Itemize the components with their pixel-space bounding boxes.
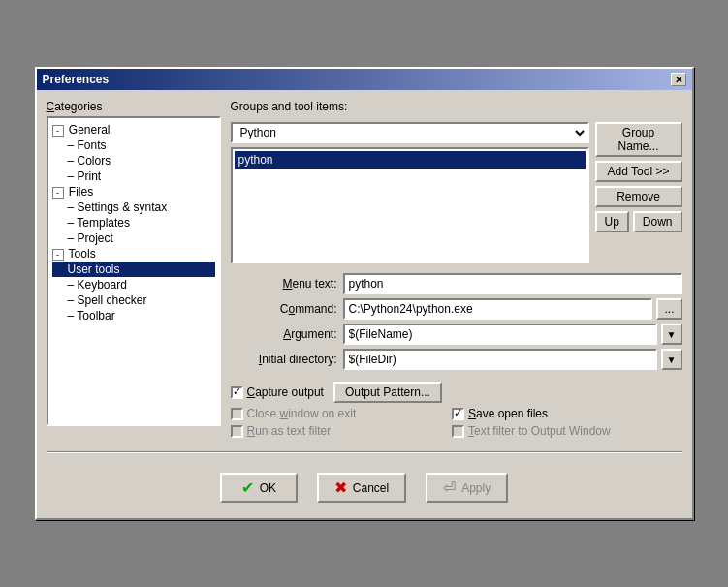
dialog-title: Preferences: [43, 73, 110, 86]
tree-item-general[interactable]: - General: [52, 122, 215, 138]
tree-item-fonts[interactable]: – Fonts: [52, 138, 215, 153]
initial-dir-input[interactable]: [343, 349, 657, 370]
tree-item-project[interactable]: – Project: [52, 231, 215, 246]
command-browse-button[interactable]: ...: [656, 298, 681, 320]
ok-button[interactable]: ✔ OK: [220, 473, 298, 503]
options-section: Capture output Output Pattern... Close w…: [231, 382, 682, 438]
capture-row: Capture output Output Pattern...: [231, 382, 442, 403]
tree-item-keyboard[interactable]: – Keyboard: [52, 277, 215, 293]
tree-item-toolbar[interactable]: – Toolbar: [52, 308, 215, 324]
save-open-row: Save open files: [452, 407, 611, 420]
menu-text-label: Menu text:: [231, 277, 337, 291]
menu-text-input[interactable]: [343, 273, 682, 294]
close-window-checkbox[interactable]: [231, 408, 243, 420]
preferences-dialog: Preferences ✕ Categories - General – Fon…: [35, 67, 694, 520]
argument-row: ▼: [343, 324, 682, 345]
cancel-button[interactable]: ✖ Cancel: [317, 473, 406, 503]
run-as-filter-label: Run as text filter: [247, 424, 332, 438]
groups-label: Groups and tool items:: [231, 100, 682, 113]
command-row: ...: [343, 298, 682, 320]
right-panel: Groups and tool items: Python python: [231, 100, 682, 438]
categories-label: Categories: [47, 100, 221, 113]
run-as-filter-checkbox[interactable]: [231, 425, 243, 438]
ok-icon: ✔: [241, 479, 254, 497]
tree-item-tools[interactable]: - Tools: [52, 246, 215, 262]
group-name-button[interactable]: Group Name...: [595, 122, 682, 157]
list-item-python[interactable]: python: [235, 151, 586, 169]
initial-dir-label: Initial directory:: [231, 353, 337, 366]
command-input[interactable]: [343, 298, 653, 320]
options-col-left: Capture output Output Pattern... Close w…: [231, 382, 442, 438]
tree-item-settings-syntax[interactable]: – Settings & syntax: [52, 200, 215, 215]
menu-text-row: [343, 273, 682, 294]
ok-label: OK: [260, 481, 276, 495]
main-content: Categories - General – Fonts – Colors – …: [47, 100, 682, 438]
apply-label: Apply: [461, 481, 491, 495]
expand-icon-files: -: [52, 187, 64, 199]
up-down-row: Up Down: [595, 211, 682, 232]
cancel-icon: ✖: [334, 479, 347, 497]
add-tool-button[interactable]: Add Tool >>: [595, 161, 682, 182]
close-window-label: Close window on exit: [247, 407, 357, 420]
tree-item-spell-checker[interactable]: – Spell checker: [52, 293, 215, 308]
groups-top: Python python Group Name... Add Tool >> …: [231, 122, 682, 263]
text-filter-label: Text filter to Output Window: [468, 424, 611, 438]
down-button[interactable]: Down: [633, 211, 682, 232]
tree-item-files[interactable]: - Files: [52, 184, 215, 200]
capture-output-label: Capture output: [247, 386, 324, 399]
options-col-right: Save open files Text filter to Output Wi…: [452, 382, 611, 438]
capture-output-checkbox[interactable]: [231, 386, 243, 399]
text-filter-row: Text filter to Output Window: [452, 424, 611, 438]
groups-buttons: Group Name... Add Tool >> Remove Up Down: [595, 122, 682, 232]
command-label: Command:: [231, 302, 337, 316]
tree-item-colors[interactable]: – Colors: [52, 153, 215, 169]
expand-icon-tools: -: [52, 249, 64, 261]
categories-panel: Categories - General – Fonts – Colors – …: [47, 100, 221, 438]
tools-listbox[interactable]: python: [231, 147, 589, 263]
capture-output-row: Capture output: [231, 386, 324, 399]
run-as-filter-row: Run as text filter: [231, 424, 442, 438]
initial-dir-row: ▼: [343, 349, 682, 370]
tree-item-templates[interactable]: – Templates: [52, 215, 215, 231]
output-pattern-button[interactable]: Output Pattern...: [333, 382, 442, 403]
save-open-checkbox[interactable]: [452, 408, 464, 420]
divider: [47, 451, 682, 453]
argument-dropdown-button[interactable]: ▼: [661, 324, 682, 345]
tree-item-print[interactable]: – Print: [52, 169, 215, 184]
close-window-row: Close window on exit: [231, 407, 442, 420]
initial-dir-dropdown-button[interactable]: ▼: [661, 349, 682, 370]
argument-label: Argument:: [231, 327, 337, 341]
up-button[interactable]: Up: [595, 211, 629, 232]
title-bar: Preferences ✕: [37, 69, 692, 90]
remove-button[interactable]: Remove: [595, 186, 682, 207]
bottom-buttons: ✔ OK ✖ Cancel ⏎ Apply: [47, 467, 682, 509]
dialog-body: Categories - General – Fonts – Colors – …: [37, 90, 692, 518]
save-open-label: Save open files: [468, 407, 548, 420]
form-grid: Menu text: Command: ... Argument: ▼: [231, 273, 682, 370]
expand-icon-general: -: [52, 125, 64, 137]
argument-input[interactable]: [343, 324, 657, 345]
tree-item-user-tools[interactable]: User tools: [52, 262, 215, 277]
text-filter-checkbox[interactable]: [452, 425, 464, 438]
close-button[interactable]: ✕: [671, 73, 686, 86]
groups-left: Python python: [231, 122, 589, 263]
apply-icon: ⏎: [443, 479, 456, 497]
cancel-label: Cancel: [353, 481, 389, 495]
groups-dropdown[interactable]: Python: [231, 122, 589, 143]
categories-tree: - General – Fonts – Colors – Print - Fil…: [47, 116, 221, 426]
apply-button[interactable]: ⏎ Apply: [426, 473, 508, 503]
